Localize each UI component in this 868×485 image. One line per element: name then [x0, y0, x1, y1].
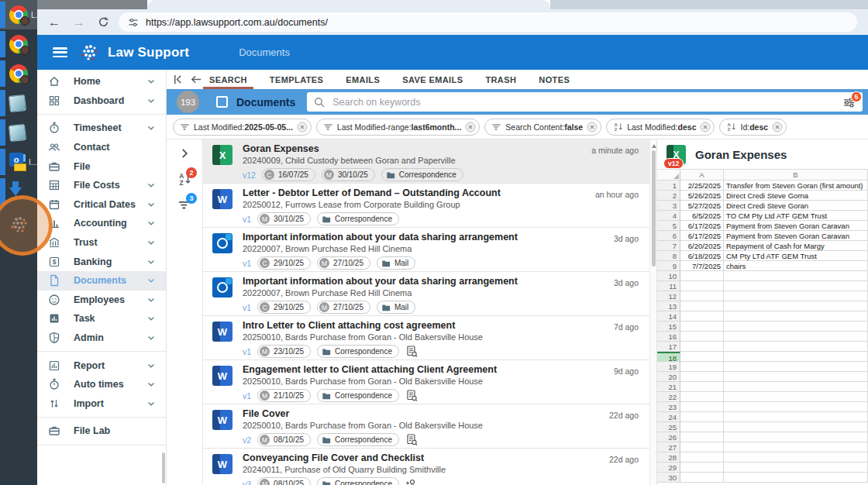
folder-chip[interactable]: Correspondence: [317, 389, 399, 402]
row-header[interactable]: 30: [657, 473, 680, 483]
cell-b[interactable]: CM Pty LTd ATF GEM Trust: [724, 251, 868, 261]
row-header[interactable]: 20: [657, 372, 680, 382]
cell-b[interactable]: Payment from Steven Goran Caravan: [724, 231, 868, 241]
cell-b[interactable]: [724, 322, 868, 332]
back-arrow-icon[interactable]: [191, 74, 202, 85]
sidebar-item-import[interactable]: Import: [37, 394, 166, 414]
cell-a[interactable]: [680, 281, 724, 291]
cell-a[interactable]: 2/25/2025: [680, 181, 724, 191]
modified-date-chip[interactable]: M27/10/25: [317, 256, 370, 270]
folder-chip[interactable]: Correspondence: [317, 345, 399, 358]
filter-options-button[interactable]: 3: [177, 197, 192, 212]
cell-b[interactable]: [724, 301, 868, 311]
sidebar-item-report[interactable]: Report: [37, 356, 166, 375]
row-header[interactable]: 29: [657, 463, 680, 473]
row-header[interactable]: 11: [657, 281, 680, 291]
cell-b[interactable]: [724, 271, 868, 281]
row-header[interactable]: 21: [657, 382, 680, 392]
row-header[interactable]: 26: [657, 432, 680, 442]
sidebar-item-trust[interactable]: Trust: [37, 233, 166, 253]
keyword-search-field[interactable]: 5: [307, 92, 863, 112]
tab-trash[interactable]: TRASH: [485, 70, 516, 89]
cell-a[interactable]: [680, 372, 724, 382]
filter-chip-last-modified-range-last6month-[interactable]: Last Modified-range:last6month...: [316, 119, 480, 136]
row-header[interactable]: 13: [657, 301, 680, 311]
cell-b[interactable]: Payment from Steven Goran Caravan: [724, 221, 868, 231]
tab-search[interactable]: SEARCH: [209, 70, 247, 89]
remove-chip-icon[interactable]: [465, 122, 476, 132]
sidebar-item-file[interactable]: File: [37, 157, 166, 176]
taskbar-outlook[interactable]: o I...: [0, 147, 37, 177]
document-row[interactable]: XGoran Expenses20240009, Child Custody b…: [203, 139, 649, 184]
remove-chip-icon[interactable]: [700, 122, 711, 132]
cell-b[interactable]: [724, 372, 868, 382]
sidebar-item-auto-times[interactable]: Auto times: [37, 375, 166, 394]
browser-back-icon[interactable]: ←: [48, 16, 60, 29]
browser-active-tab[interactable]: [147, 0, 550, 9]
cell-a[interactable]: 6/18/2025: [680, 251, 724, 261]
browser-reload-icon[interactable]: [98, 16, 109, 28]
row-header[interactable]: 15: [657, 322, 680, 332]
cell-b[interactable]: TO CM Pty Ltd ATF GEM Trust: [724, 211, 868, 221]
modified-date-chip[interactable]: M21/10/25: [257, 389, 311, 402]
browser-address-bar[interactable]: https://app.lawsupport.com.au/documents/: [119, 12, 857, 32]
remove-chip-icon[interactable]: [772, 122, 783, 132]
row-header[interactable]: 1: [657, 181, 680, 191]
row-header[interactable]: 28: [657, 452, 680, 463]
tab-templates[interactable]: TEMPLATES: [270, 70, 323, 89]
row-header[interactable]: 9: [657, 261, 680, 271]
cell-a[interactable]: [680, 442, 724, 452]
column-header-b[interactable]: B: [724, 170, 868, 181]
cell-a[interactable]: [680, 412, 724, 422]
row-header[interactable]: 14: [657, 311, 680, 322]
sidebar-item-accounting[interactable]: Accounting: [37, 214, 166, 233]
row-header[interactable]: 22: [657, 392, 680, 402]
filter-chip-last-modified-2025-05-05-[interactable]: Last Modified:2025-05-05...: [173, 119, 312, 136]
cell-a[interactable]: 6/20/2025: [680, 241, 724, 251]
cell-b[interactable]: [724, 442, 868, 452]
filter-chip-last-modified-desc[interactable]: AZLast Modified:desc: [606, 119, 715, 136]
folder-chip[interactable]: Correspondence: [317, 477, 399, 485]
remove-chip-icon[interactable]: [587, 122, 598, 132]
doc-search-icon[interactable]: [405, 433, 418, 446]
row-header[interactable]: 8: [657, 251, 680, 261]
cell-a[interactable]: 7/7/2025: [680, 261, 724, 271]
cell-b[interactable]: [724, 362, 868, 372]
expand-panel-button[interactable]: [177, 146, 192, 161]
filter-chip-id-desc[interactable]: AZId:desc: [719, 119, 787, 136]
sheet-corner-cell[interactable]: [657, 170, 680, 181]
select-all-checkbox[interactable]: [216, 96, 228, 108]
sidebar-item-dashboard[interactable]: Dashboard: [37, 91, 166, 111]
advanced-filters-button[interactable]: 5: [842, 95, 858, 110]
row-header[interactable]: 25: [657, 422, 680, 432]
folder-chip[interactable]: Correspondence: [317, 433, 399, 446]
modified-date-chip[interactable]: M27/10/25: [317, 301, 370, 314]
cell-a[interactable]: [680, 291, 724, 301]
collapse-panel-icon[interactable]: [172, 74, 184, 85]
cell-a[interactable]: [680, 301, 724, 311]
cell-b[interactable]: [724, 402, 868, 412]
cell-b[interactable]: Transfer from Steven Goran (first amount…: [724, 181, 868, 191]
taskbar-notepad-2[interactable]: [0, 118, 37, 147]
cell-a[interactable]: [680, 362, 724, 372]
row-header[interactable]: 4: [657, 211, 680, 221]
taskbar-notepad-1[interactable]: [0, 88, 37, 118]
row-header[interactable]: 18: [657, 352, 680, 362]
sidebar-item-contact[interactable]: Contact: [37, 138, 166, 157]
document-row[interactable]: Important information about your data sh…: [203, 228, 649, 272]
document-row[interactable]: WIntro Letter to Client attaching cost a…: [203, 316, 649, 360]
browser-forward-icon[interactable]: →: [73, 16, 85, 29]
cell-a[interactable]: [680, 473, 724, 483]
cell-a[interactable]: [680, 322, 724, 332]
sidebar-item-home[interactable]: Home: [37, 72, 166, 91]
cell-a[interactable]: [680, 402, 724, 412]
modified-date-chip[interactable]: M08/10/25: [257, 433, 311, 446]
document-row[interactable]: WFile Cover20250010, Bards Purchase from…: [203, 404, 649, 449]
scroll-up-arrow[interactable]: [652, 142, 656, 148]
cell-b[interactable]: [724, 382, 868, 392]
sidebar-item-documents[interactable]: Documents: [37, 271, 166, 291]
cell-b[interactable]: [724, 422, 868, 432]
taskbar-chrome-window-1[interactable]: L...: [0, 0, 37, 29]
cell-a[interactable]: [680, 392, 724, 402]
doc-search-icon[interactable]: [405, 389, 418, 402]
